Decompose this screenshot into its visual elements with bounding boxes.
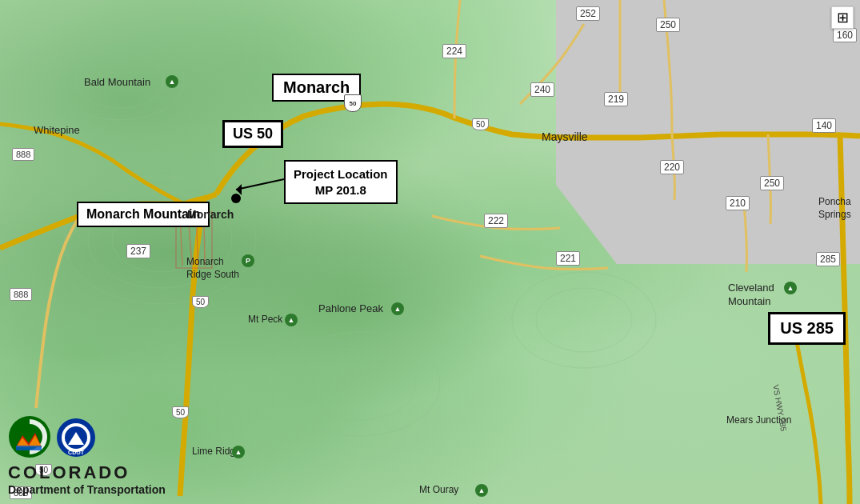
svg-text:CDOT: CDOT bbox=[68, 450, 85, 455]
us50-highway-label: US 50 bbox=[222, 120, 283, 148]
route-888-label-2: 888 bbox=[10, 288, 32, 301]
colorado-c-logo bbox=[8, 415, 52, 459]
monarch-ridge-south-label: MonarchRidge South bbox=[186, 256, 239, 281]
pahlone-peak-label: Pahlone Peak bbox=[318, 302, 383, 314]
route-222-label: 222 bbox=[484, 214, 508, 228]
route-210-label: 210 bbox=[726, 196, 750, 210]
route-240-label: 240 bbox=[530, 82, 554, 97]
route-237-label: 237 bbox=[126, 244, 150, 258]
route-140-label: 140 bbox=[812, 118, 836, 133]
route-250-label-1: 250 bbox=[656, 18, 680, 32]
poncha-springs-label: PonchaSprings bbox=[818, 196, 851, 221]
colorado-text: COLORADO bbox=[8, 462, 166, 483]
cleveland-mountain-label: ClevelandMountain bbox=[728, 282, 774, 309]
svg-point-8 bbox=[536, 288, 632, 352]
project-point-marker bbox=[231, 194, 241, 203]
bald-mountain-label: Bald Mountain bbox=[84, 76, 150, 88]
pahlone-park-icon: ▲ bbox=[391, 302, 404, 315]
mt-peck-park-icon: ▲ bbox=[285, 314, 298, 326]
mt-ouray-label: Mt Ouray bbox=[419, 484, 458, 495]
zoom-control[interactable]: ⊞ bbox=[831, 6, 854, 29]
map-container: Monarch US 50 Project Location MP 201.8 … bbox=[0, 0, 860, 504]
svg-point-6 bbox=[304, 348, 416, 420]
route-220-label: 220 bbox=[660, 160, 684, 174]
lime-ridge-park-icon: ▲ bbox=[232, 446, 245, 458]
route-224-label: 224 bbox=[442, 44, 466, 58]
project-location-line2: MP 201.8 bbox=[294, 182, 388, 198]
route-221-label: 221 bbox=[556, 251, 580, 266]
whitepine-label: Whitepine bbox=[34, 124, 80, 136]
project-location-line1: Project Location bbox=[294, 166, 388, 182]
us285-highway-label: US 285 bbox=[768, 312, 846, 345]
route-252-label: 252 bbox=[576, 6, 600, 21]
mt-peck-label: Mt Peck bbox=[248, 314, 282, 325]
logo-row: CDOT bbox=[8, 415, 96, 459]
route-219-label-1: 219 bbox=[604, 92, 628, 106]
bald-mountain-park-icon: ▲ bbox=[166, 75, 178, 88]
route-50-shield-road: 50 bbox=[472, 118, 489, 130]
svg-line-14 bbox=[236, 179, 284, 190]
monarch-road-label: Monarch bbox=[187, 208, 234, 221]
project-location-callout: Project Location MP 201.8 bbox=[284, 160, 398, 204]
svg-point-0 bbox=[64, 176, 256, 304]
monarch-ridge-park-icon: P bbox=[242, 254, 254, 267]
svg-point-7 bbox=[512, 272, 656, 368]
maysville-label: Maysville bbox=[542, 130, 588, 143]
route-50-shield-2: 50 bbox=[172, 406, 189, 418]
zoom-icon: ⊞ bbox=[837, 9, 849, 26]
route-50-near-monarch: 50 bbox=[192, 296, 209, 308]
route-285-label: 285 bbox=[816, 252, 840, 266]
logo-area: CDOT COLORADO Department of Transportati… bbox=[8, 415, 166, 496]
mt-ouray-park-icon: ▲ bbox=[475, 484, 488, 497]
cleveland-park-icon: ▲ bbox=[784, 282, 797, 294]
logo-text-area: COLORADO Department of Transportation bbox=[8, 462, 166, 496]
route-160-label: 160 bbox=[833, 28, 857, 42]
route-250-label-2: 250 bbox=[760, 176, 784, 190]
route-888-label-1: 888 bbox=[12, 148, 34, 161]
cdot-logo: CDOT bbox=[56, 418, 96, 458]
svg-rect-20 bbox=[16, 446, 42, 450]
dot-text: Department of Transportation bbox=[8, 483, 166, 496]
route-50-shield-1: 50 bbox=[344, 94, 362, 112]
